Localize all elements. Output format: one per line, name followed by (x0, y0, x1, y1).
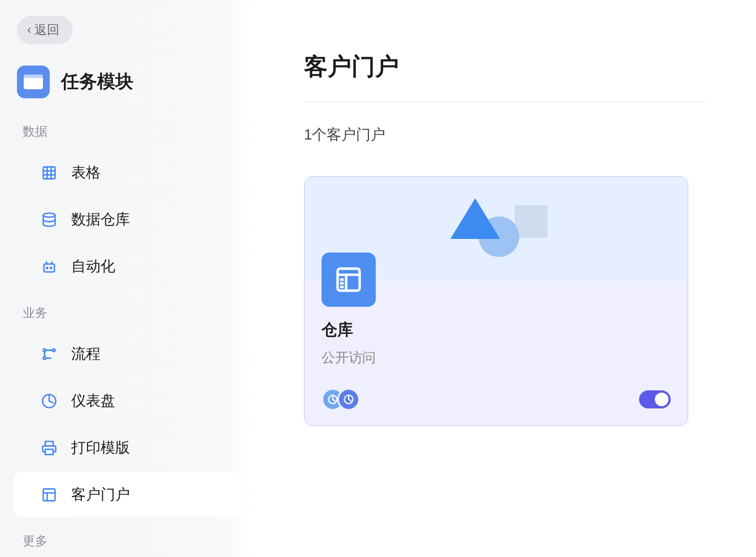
portal-subtitle: 公开访问 (321, 349, 671, 367)
sidebar-item-print-template[interactable]: 打印模版 (14, 425, 240, 470)
toggle-knob (655, 393, 668, 406)
module-header: 任务模块 (0, 44, 253, 110)
portal-app-icon (321, 253, 376, 307)
svg-point-10 (50, 267, 51, 268)
svg-point-13 (44, 356, 46, 359)
main-content: 客户门户 1个客户门户 仓库 公开访问 (253, 0, 756, 557)
sidebar-item-workflow[interactable]: 流程 (14, 332, 240, 376)
grid-icon (41, 164, 58, 181)
portal-card[interactable]: 仓库 公开访问 (304, 176, 688, 426)
svg-rect-15 (45, 449, 53, 454)
module-title: 任务模块 (61, 69, 133, 94)
section-label-more: 更多 (0, 519, 253, 557)
sidebar-item-data-warehouse[interactable]: 数据仓库 (14, 197, 240, 242)
database-icon (41, 211, 58, 228)
printer-icon (41, 439, 58, 456)
dashboard-badges (321, 388, 360, 411)
svg-point-12 (53, 349, 55, 351)
flow-icon (41, 346, 58, 363)
back-button[interactable]: ‹ 返回 (17, 16, 73, 44)
automation-icon (41, 258, 58, 275)
pie-chart-icon (337, 388, 360, 411)
card-illustration (305, 177, 688, 281)
shape-triangle-icon (450, 198, 500, 239)
svg-point-5 (44, 213, 55, 217)
svg-rect-0 (44, 167, 55, 179)
sidebar-item-customer-portal[interactable]: 客户门户 (14, 472, 240, 517)
svg-point-9 (46, 267, 47, 268)
sidebar-item-label: 打印模版 (71, 438, 130, 458)
portal-count: 1个客户门户 (304, 125, 705, 145)
portal-icon (41, 486, 58, 503)
sidebar-item-label: 数据仓库 (71, 210, 130, 229)
section-label-data: 数据 (0, 110, 253, 148)
shape-square-icon (515, 205, 548, 238)
sidebar-item-label: 仪表盘 (71, 391, 115, 411)
svg-rect-6 (44, 264, 55, 272)
sidebar-item-dashboards[interactable]: 仪表盘 (14, 378, 240, 423)
sidebar-item-label: 客户门户 (71, 485, 130, 504)
module-icon (17, 66, 50, 98)
card-footer (321, 388, 671, 411)
chevron-left-icon: ‹ (27, 24, 31, 36)
section-label-business: 业务 (0, 291, 253, 329)
sidebar-item-label: 自动化 (71, 256, 115, 276)
dashboard-icon (41, 393, 58, 410)
svg-point-11 (44, 349, 46, 351)
svg-rect-16 (44, 489, 55, 501)
sidebar-item-automation[interactable]: 自动化 (14, 244, 240, 289)
sidebar-item-label: 流程 (71, 344, 101, 364)
page-title: 客户门户 (304, 51, 705, 102)
back-button-label: 返回 (34, 21, 59, 38)
portal-enable-toggle[interactable] (639, 390, 671, 408)
sidebar: ‹ 返回 任务模块 数据 表格 数据仓库 自动化 业务 流程 (0, 0, 253, 557)
sidebar-item-label: 表格 (71, 163, 101, 182)
portal-title: 仓库 (321, 319, 671, 341)
sidebar-item-tables[interactable]: 表格 (14, 150, 240, 195)
